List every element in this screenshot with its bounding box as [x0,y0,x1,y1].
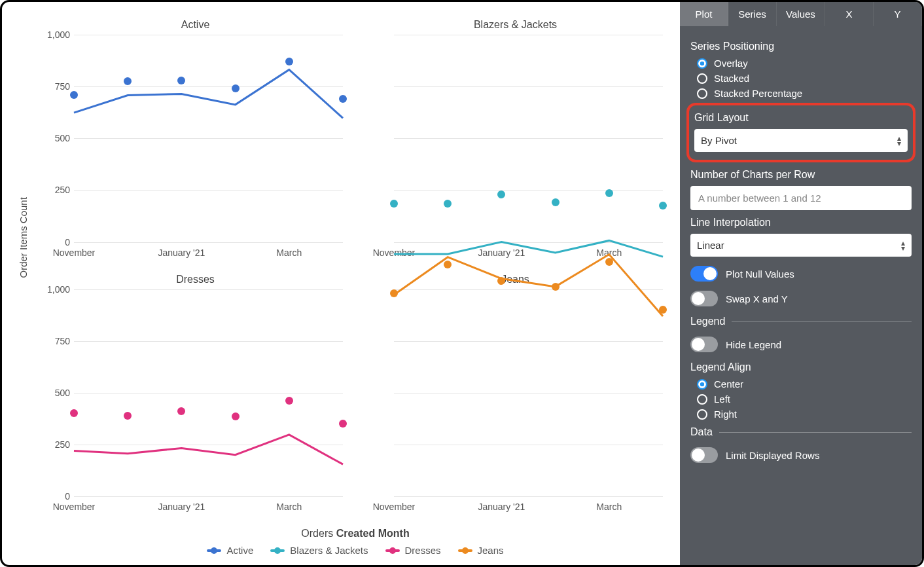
plot-area: 02505007501,000NovemberJanuary '21March [74,289,343,497]
data-point[interactable] [339,95,347,103]
data-point[interactable] [390,200,398,208]
legend-swatch-icon [458,549,472,552]
plot-area: NovemberJanuary '21March [394,35,663,242]
y-tick-label: 0 [37,237,70,247]
y-tick-label: 250 [37,185,70,195]
line-interpolation-title: Line Interpolation [690,217,912,229]
legend-align-option-label: Center [714,378,743,390]
hide-legend-toggle[interactable] [690,337,718,352]
y-axis-title: Order Items Count [18,197,29,278]
legend-align-option-label: Right [714,409,737,420]
y-tick-label: 1,000 [37,29,70,40]
legend-align-option-label: Left [714,393,730,405]
legend-align-option-center[interactable]: Center [697,378,912,390]
radio-icon [697,379,707,390]
tab-values[interactable]: Values [777,2,825,26]
data-point[interactable] [659,306,667,314]
select-caret-icon: ▴▾ [897,136,901,146]
grid-layout-value: By Pivot [701,135,737,146]
legend-swatch-icon [207,549,221,552]
plot-area: 02505007501,000NovemberJanuary '21March [74,35,343,242]
data-point[interactable] [232,84,240,92]
data-point[interactable] [444,261,452,268]
mini-chart: Blazers & JacketsNovemberJanuary '21Marc… [357,15,673,267]
tab-x[interactable]: X [825,2,874,26]
data-point[interactable] [232,412,240,420]
radio-icon [697,88,707,99]
chart-visualization-panel: Order Items Count Active02505007501,000N… [2,2,680,565]
plot-null-values-label: Plot Null Values [726,268,794,280]
series-positioning-title: Series Positioning [690,41,912,52]
data-point[interactable] [605,189,613,197]
data-point[interactable] [124,412,132,420]
tab-plot[interactable]: Plot [680,2,728,26]
mini-chart-title: Dresses [37,270,353,288]
mini-chart: JeansNovemberJanuary '21March [357,270,673,522]
legend-swatch-icon [385,549,400,552]
swap-x-y-toggle[interactable] [690,291,718,306]
y-tick-label: 250 [37,439,70,450]
line-interpolation-value: Linear [697,240,724,251]
series-line [394,35,663,304]
tab-series[interactable]: Series [728,2,777,26]
series-positioning-option-label: Stacked [714,73,749,84]
radio-icon [697,409,707,420]
settings-sidebar: PlotSeriesValuesXY Series Positioning Ov… [680,2,922,565]
tab-y[interactable]: Y [874,2,922,26]
series-positioning-option-stacked[interactable]: Stacked [697,73,912,84]
legend-section-title: Legend [690,316,912,327]
series-positioning-option-overlay[interactable]: Overlay [697,58,912,69]
line-interpolation-select[interactable]: Linear ▴▾ [690,234,912,257]
limit-displayed-rows-label: Limit Displayed Rows [726,450,819,461]
series-line [74,35,343,304]
data-point[interactable] [177,77,185,84]
data-section-title: Data [690,426,912,438]
data-point[interactable] [70,91,78,99]
data-point[interactable] [285,58,293,65]
radio-icon [697,58,707,69]
legend-swatch-icon [270,549,285,552]
series-positioning-option-stacked-percentage[interactable]: Stacked Percentage [697,88,912,99]
y-tick-label: 750 [37,336,70,346]
settings-tabs: PlotSeriesValuesXY [680,2,922,26]
y-tick-label: 0 [37,491,70,502]
y-tick-label: 750 [37,81,70,92]
plot-area: NovemberJanuary '21March [394,289,663,497]
y-tick-label: 500 [37,133,70,143]
data-point[interactable] [390,289,398,297]
legend-align-title: Legend Align [690,361,912,373]
mini-chart-title: Blazers & Jackets [357,15,673,33]
plot-settings-panel: Series Positioning OverlayStackedStacked… [680,26,922,565]
data-point[interactable] [552,198,560,206]
mini-chart: Active02505007501,000NovemberJanuary '21… [37,15,353,267]
charts-per-row-title: Number of Charts per Row [690,169,912,181]
y-tick-label: 500 [37,388,70,398]
grid-layout-highlight: Grid Layout By Pivot ▴▾ [686,103,915,162]
charts-per-row-input[interactable] [690,186,912,210]
charts-per-row-field[interactable] [697,192,905,204]
radio-icon [697,73,707,84]
swap-x-y-label: Swap X and Y [726,293,788,304]
limit-displayed-rows-toggle[interactable] [690,447,718,463]
legend-align-option-right[interactable]: Right [697,409,912,420]
mini-chart-title: Active [37,15,353,33]
radio-icon [697,394,707,405]
small-multiples-grid: Active02505007501,000NovemberJanuary '21… [37,15,673,521]
y-tick-label: 1,000 [37,284,70,295]
series-line [74,289,343,558]
select-caret-icon: ▴▾ [901,240,905,251]
grid-layout-title: Grid Layout [694,112,908,124]
plot-null-values-toggle[interactable] [690,266,718,282]
data-point[interactable] [659,202,667,210]
grid-layout-select[interactable]: By Pivot ▴▾ [694,129,908,152]
data-point[interactable] [552,283,560,291]
series-positioning-option-label: Stacked Percentage [714,88,802,99]
hide-legend-label: Hide Legend [726,339,781,350]
mini-chart: Dresses02505007501,000NovemberJanuary '2… [37,270,353,522]
series-positioning-option-label: Overlay [714,58,748,69]
series-line [394,289,663,558]
data-point[interactable] [339,420,347,428]
legend-align-option-left[interactable]: Left [697,393,912,405]
